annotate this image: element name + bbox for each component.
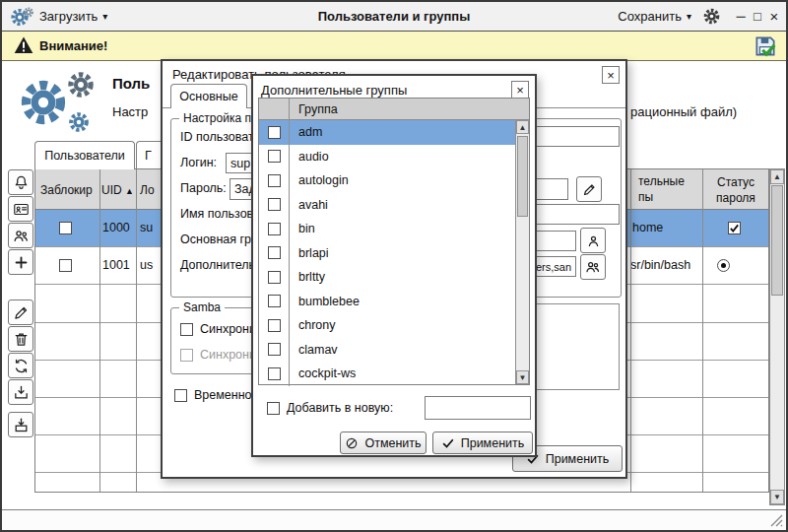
group-checkbox[interactable] <box>268 343 281 356</box>
saved-floppy-icon[interactable] <box>753 33 778 59</box>
group-row[interactable]: bumblebee <box>259 290 515 314</box>
col-password-status[interactable]: Статус пароля <box>704 175 767 206</box>
close-window-button[interactable]: × <box>766 7 782 25</box>
warning-message: Внимание! <box>39 38 107 53</box>
group-checkbox[interactable] <box>268 223 281 235</box>
add-to-new-checkbox[interactable] <box>267 402 280 415</box>
group-checkbox[interactable] <box>268 319 281 332</box>
choose-extra-groups-button[interactable] <box>580 254 606 280</box>
col-extra-groups-fragment-line2[interactable]: пы <box>638 190 653 204</box>
user-card-button[interactable] <box>8 196 33 222</box>
group-row[interactable]: brltty <box>259 265 515 290</box>
group-checkbox[interactable] <box>268 367 281 380</box>
scroll-thumb[interactable] <box>771 185 783 296</box>
download-box-icon <box>13 417 30 433</box>
group-row[interactable]: audio <box>259 145 515 169</box>
pencil-icon <box>13 304 30 321</box>
minimize-button[interactable]: ─ <box>733 7 749 25</box>
refresh-button[interactable] <box>8 353 33 378</box>
app-window: Загрузить ▾ Пользователи и группы Сохран… <box>0 0 788 532</box>
blocked-checkbox[interactable] <box>59 222 72 234</box>
password-status-checkbox[interactable] <box>728 222 741 234</box>
col-extra-groups-fragment-line1[interactable]: тельные <box>638 174 685 188</box>
group-checkbox[interactable] <box>268 271 281 284</box>
sort-asc-icon: ▲ <box>125 186 134 196</box>
samba-sync2-checkbox[interactable] <box>180 349 193 362</box>
tab-basic[interactable]: Основные <box>170 84 247 108</box>
group-checkbox[interactable] <box>268 150 281 163</box>
grid-line <box>630 210 631 492</box>
group-row[interactable]: adm <box>259 120 515 145</box>
cell-uid: 1001 <box>102 258 130 272</box>
check-icon <box>441 436 455 450</box>
group-name: adm <box>298 125 322 139</box>
cancel-button[interactable]: Отменить <box>340 432 427 454</box>
edit-password-button[interactable] <box>576 176 602 202</box>
group-checkbox[interactable] <box>268 126 281 139</box>
scroll-thumb[interactable] <box>517 136 528 217</box>
scroll-down-icon[interactable]: ▼ <box>770 490 784 504</box>
col-login-fragment[interactable]: Ло <box>140 183 155 197</box>
column-separator <box>630 169 631 211</box>
groups-button[interactable] <box>8 223 33 248</box>
scroll-up-icon[interactable]: ▲ <box>516 120 529 134</box>
group-row[interactable]: avahi <box>259 193 515 218</box>
group-row[interactable]: brlapi <box>259 241 515 266</box>
group-row[interactable]: bin <box>259 217 515 241</box>
load-menu-button[interactable]: Загрузить ▾ <box>39 2 107 31</box>
apply-button[interactable]: Применить <box>432 432 533 454</box>
tab-users[interactable]: Пользователи <box>34 141 135 169</box>
extra-groups-label-fragment: Дополнительн <box>180 258 262 272</box>
group-column-header: Группа <box>298 102 338 116</box>
group-row[interactable]: autologin <box>259 168 515 193</box>
group-checkbox[interactable] <box>268 174 281 187</box>
close-button[interactable]: × <box>602 66 620 84</box>
group-checkbox[interactable] <box>268 246 281 259</box>
group-row[interactable]: clamav <box>259 338 515 363</box>
page-subtitle-fragment: Настр <box>112 104 148 119</box>
groups-scrollbar[interactable]: ▲ ▼ <box>515 120 529 384</box>
group-row[interactable]: cockpit-ws <box>259 362 515 384</box>
import-button[interactable] <box>8 379 33 405</box>
user-name-label-fragment: Имя пользова <box>180 207 260 221</box>
scroll-up-icon[interactable]: ▲ <box>770 169 784 184</box>
app-logo-gears <box>12 65 102 140</box>
cell-uid: 1000 <box>102 221 130 234</box>
add-user-button[interactable] <box>8 249 33 275</box>
delete-user-button[interactable] <box>8 326 33 352</box>
new-group-input[interactable] <box>425 396 531 420</box>
col-uid[interactable]: UID ▲ <box>101 183 134 197</box>
group-legend-fragment: Настройка п <box>179 111 255 125</box>
group-name: audio <box>298 150 329 164</box>
group-checkbox[interactable] <box>268 198 281 211</box>
cell-path-fragment: home <box>632 221 663 234</box>
grid-line <box>136 210 137 492</box>
save-menu-button[interactable]: Сохранить ▾ <box>618 2 691 31</box>
samba-sync-checkbox[interactable] <box>180 323 193 336</box>
warning-bar: Внимание! <box>2 32 786 61</box>
blocked-checkbox[interactable] <box>59 259 72 272</box>
group-name: bumblebee <box>298 295 360 308</box>
group-checkbox[interactable] <box>268 295 281 307</box>
notifications-button[interactable] <box>8 169 33 195</box>
resize-grip[interactable] <box>770 514 783 527</box>
password-label: Пароль: <box>180 181 227 195</box>
maximize-button[interactable]: □ <box>750 7 765 25</box>
choose-primary-group-button[interactable] <box>580 228 606 253</box>
cell-login-fragment: us <box>140 258 153 272</box>
scroll-down-icon[interactable]: ▼ <box>516 370 529 384</box>
add-to-new-label: Добавить в новую: <box>287 401 393 415</box>
edit-user-button[interactable] <box>8 299 33 325</box>
export-button[interactable] <box>8 412 33 437</box>
bell-icon <box>13 174 30 191</box>
groups-rows: adm audio autologin avahi bin brlapi brl… <box>259 120 515 384</box>
apply-button-label: Применить <box>546 452 610 466</box>
table-vertical-scrollbar[interactable]: ▲ ▼ <box>769 168 785 505</box>
col-blocked[interactable]: Заблокир <box>40 183 93 197</box>
temporary-checkbox[interactable] <box>174 389 187 402</box>
group-row[interactable]: chrony <box>259 313 515 338</box>
group-name: avahi <box>298 198 328 212</box>
settings-gear-icon[interactable] <box>702 7 721 26</box>
password-status-radio[interactable] <box>717 259 730 272</box>
close-button[interactable]: × <box>511 81 529 99</box>
